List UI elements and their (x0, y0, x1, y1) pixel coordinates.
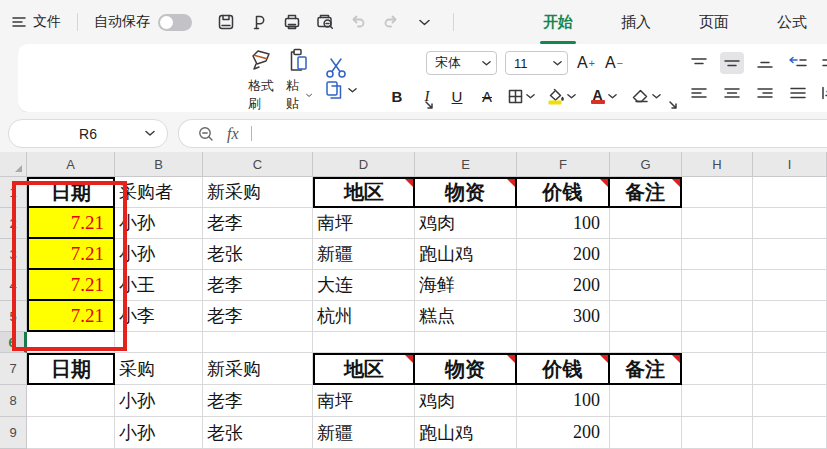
save-button[interactable] (216, 12, 236, 32)
cell-D6[interactable] (313, 332, 415, 353)
clear-format-button[interactable] (629, 86, 663, 106)
cell-B7[interactable]: 采购 (115, 353, 203, 385)
paste-button[interactable]: 粘贴 (286, 45, 312, 113)
tab-insert[interactable]: 插入 (619, 11, 653, 34)
strikethrough-button[interactable]: A (477, 86, 497, 106)
align-center-button[interactable] (720, 82, 744, 104)
cell-H4[interactable] (682, 270, 753, 301)
column-header-D[interactable]: D (313, 152, 415, 177)
cut-button[interactable] (324, 56, 357, 80)
cell-B2[interactable]: 小孙 (115, 208, 203, 239)
cell-C3[interactable]: 老张 (203, 239, 313, 270)
cell-B5[interactable]: 小李 (115, 301, 203, 332)
search-minus-icon[interactable] (197, 125, 215, 143)
justify-button[interactable] (786, 82, 810, 104)
font-size-select[interactable]: 11 (505, 51, 568, 75)
cell-E2[interactable]: 鸡肉 (415, 208, 517, 239)
cell-B1[interactable]: 采购者 (115, 177, 203, 208)
cell-A9[interactable] (27, 417, 115, 449)
cell-G5[interactable] (610, 301, 682, 332)
cell-B4[interactable]: 小王 (115, 270, 203, 301)
cell-A7[interactable]: 日期 (27, 353, 115, 385)
cell-A3[interactable]: 7.21 (27, 239, 115, 270)
copy-button[interactable] (324, 80, 357, 100)
cell-I1[interactable] (753, 177, 827, 208)
cell-H7[interactable] (682, 353, 753, 385)
cell-G7[interactable]: 备注 (610, 353, 682, 385)
cell-H9[interactable] (682, 417, 753, 449)
cell-D3[interactable]: 新疆 (313, 239, 415, 270)
tab-page[interactable]: 页面 (697, 11, 731, 34)
cell-A2[interactable]: 7.21 (27, 208, 115, 239)
increase-font-button[interactable]: A+ (576, 53, 596, 73)
cell-A1[interactable]: 日期 (27, 177, 115, 208)
column-header-H[interactable]: H (682, 152, 753, 177)
cell-E6[interactable] (415, 332, 517, 353)
font-name-select[interactable]: 宋体 (426, 51, 497, 75)
cell-E1[interactable]: 物资 (415, 177, 517, 208)
row-header-2[interactable]: 2 (0, 208, 27, 239)
cell-E4[interactable]: 海鲜 (415, 270, 517, 301)
align-middle-button[interactable] (720, 52, 744, 74)
tab-home[interactable]: 开始 (541, 11, 575, 34)
cell-F3[interactable]: 200 (517, 239, 610, 270)
cell-E8[interactable]: 鸡肉 (415, 385, 517, 417)
cell-F8[interactable]: 100 (517, 385, 610, 417)
cell-G6[interactable] (610, 332, 682, 353)
cell-A8[interactable] (27, 385, 115, 417)
clipboard-group-expander-icon[interactable] (424, 100, 434, 110)
cell-F6[interactable] (517, 332, 610, 353)
cell-A6[interactable] (27, 332, 115, 353)
decrease-indent-button[interactable] (786, 52, 810, 74)
row-header-3[interactable]: 3 (0, 239, 27, 270)
cell-D9[interactable]: 新疆 (313, 417, 415, 449)
decrease-font-button[interactable]: A− (604, 53, 624, 73)
row-header-7[interactable]: 7 (0, 353, 27, 385)
cell-E9[interactable]: 跑山鸡 (415, 417, 517, 449)
cell-I7[interactable] (753, 353, 827, 385)
cell-E3[interactable]: 跑山鸡 (415, 239, 517, 270)
cell-I9[interactable] (753, 417, 827, 449)
bold-button[interactable]: B (387, 86, 407, 106)
column-header-A[interactable]: A (27, 152, 115, 177)
cell-D8[interactable]: 南坪 (313, 385, 415, 417)
font-group-expander-icon[interactable] (668, 100, 678, 110)
cell-C9[interactable]: 老张 (203, 417, 313, 449)
cell-D2[interactable]: 南坪 (313, 208, 415, 239)
cell-B3[interactable]: 小孙 (115, 239, 203, 270)
select-all-corner[interactable] (0, 152, 27, 177)
cell-C2[interactable]: 老李 (203, 208, 313, 239)
cell-B6[interactable] (115, 332, 203, 353)
cell-I2[interactable] (753, 208, 827, 239)
cell-F1[interactable]: 价钱 (517, 177, 610, 208)
file-menu[interactable]: 文件 (12, 13, 61, 31)
cell-C4[interactable]: 老李 (203, 270, 313, 301)
align-left-button[interactable] (687, 82, 711, 104)
cell-G1[interactable]: 备注 (610, 177, 682, 208)
export-pdf-button[interactable] (249, 12, 269, 32)
format-painter-button[interactable]: 格式刷 (248, 45, 274, 113)
row-header-8[interactable]: 8 (0, 385, 27, 417)
cell-F9[interactable]: 200 (517, 417, 610, 449)
increase-indent-button[interactable] (819, 52, 827, 74)
cell-B9[interactable]: 小孙 (115, 417, 203, 449)
row-header-4[interactable]: 4 (0, 270, 27, 301)
cell-C1[interactable]: 新采购 (203, 177, 313, 208)
align-top-button[interactable] (687, 52, 711, 74)
cell-A4[interactable]: 7.21 (27, 270, 115, 301)
borders-button[interactable] (507, 86, 535, 106)
autosave-toggle[interactable] (158, 14, 192, 31)
name-box[interactable]: R6 (8, 119, 168, 148)
cell-F5[interactable]: 300 (517, 301, 610, 332)
cell-D5[interactable]: 杭州 (313, 301, 415, 332)
print-preview-button[interactable] (315, 12, 335, 32)
column-header-I[interactable]: I (753, 152, 827, 177)
column-header-B[interactable]: B (115, 152, 203, 177)
cell-C6[interactable] (203, 332, 313, 353)
cell-H3[interactable] (682, 239, 753, 270)
cell-H5[interactable] (682, 301, 753, 332)
wrap-text-button[interactable] (819, 82, 827, 104)
cell-H2[interactable] (682, 208, 753, 239)
cell-G4[interactable] (610, 270, 682, 301)
cell-I4[interactable] (753, 270, 827, 301)
